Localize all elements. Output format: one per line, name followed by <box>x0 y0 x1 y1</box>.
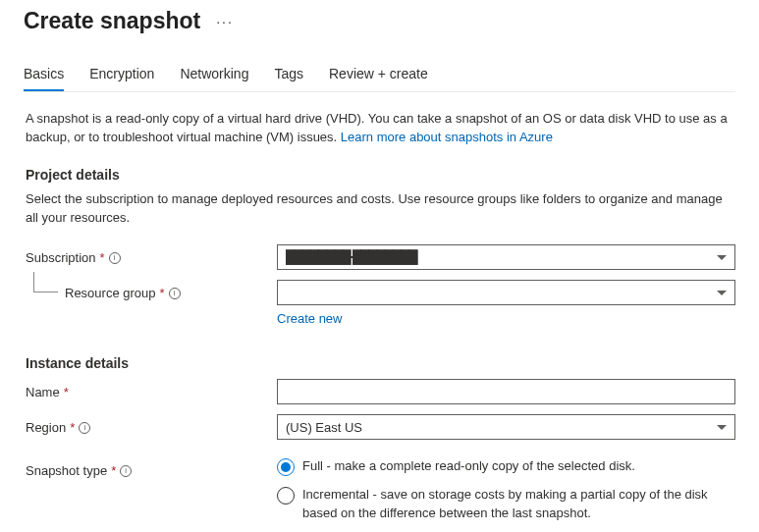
required-mark: * <box>70 420 75 435</box>
project-details-desc: Select the subscription to manage deploy… <box>26 190 735 228</box>
region-select[interactable]: (US) East US <box>277 414 735 440</box>
tab-encryption[interactable]: Encryption <box>89 66 154 91</box>
snapshot-type-label: Snapshot type <box>26 463 107 478</box>
intro-text: A snapshot is a read-only copy of a virt… <box>26 110 735 147</box>
tab-review[interactable]: Review + create <box>329 66 428 91</box>
more-actions-icon[interactable]: ··· <box>216 14 234 29</box>
create-new-link[interactable]: Create new <box>277 311 342 326</box>
tabs: Basics Encryption Networking Tags Review… <box>24 66 735 92</box>
chevron-down-icon <box>717 291 727 295</box>
required-mark: * <box>64 385 69 399</box>
tab-basics[interactable]: Basics <box>24 66 64 91</box>
required-mark: * <box>100 250 105 265</box>
info-icon[interactable]: i <box>79 422 90 434</box>
project-details-heading: Project details <box>26 167 735 183</box>
snapshot-type-incremental[interactable]: Incremental - save on storage costs by m… <box>277 486 735 521</box>
region-value: (US) East US <box>286 420 362 435</box>
tab-tags[interactable]: Tags <box>274 66 303 91</box>
resource-group-label: Resource group <box>65 286 156 300</box>
snapshot-type-full[interactable]: Full - make a complete read-only copy of… <box>277 457 735 476</box>
region-label: Region <box>26 420 66 435</box>
info-icon[interactable]: i <box>169 288 181 299</box>
subscription-label: Subscription <box>26 250 96 265</box>
name-label: Name <box>26 385 60 399</box>
info-icon[interactable]: i <box>120 465 132 477</box>
snapshot-type-full-label: Full - make a complete read-only copy of… <box>302 457 635 475</box>
required-mark: * <box>160 286 165 300</box>
info-icon[interactable]: i <box>109 252 121 264</box>
snapshot-type-incremental-label: Incremental - save on storage costs by m… <box>302 486 735 521</box>
tab-networking[interactable]: Networking <box>180 66 248 91</box>
chevron-down-icon <box>717 425 727 430</box>
resource-group-select[interactable] <box>277 280 735 305</box>
radio-selected-icon <box>277 458 295 476</box>
subscription-value: ████████ ████████ <box>286 249 417 265</box>
radio-unselected-icon <box>277 487 295 505</box>
subscription-select[interactable]: ████████ ████████ <box>277 244 735 270</box>
page-title: Create snapshot <box>24 8 200 34</box>
chevron-down-icon <box>717 255 727 260</box>
learn-more-link[interactable]: Learn more about snapshots in Azure <box>341 130 553 144</box>
required-mark: * <box>111 463 116 478</box>
name-input[interactable] <box>277 379 735 404</box>
instance-details-heading: Instance details <box>26 355 735 371</box>
